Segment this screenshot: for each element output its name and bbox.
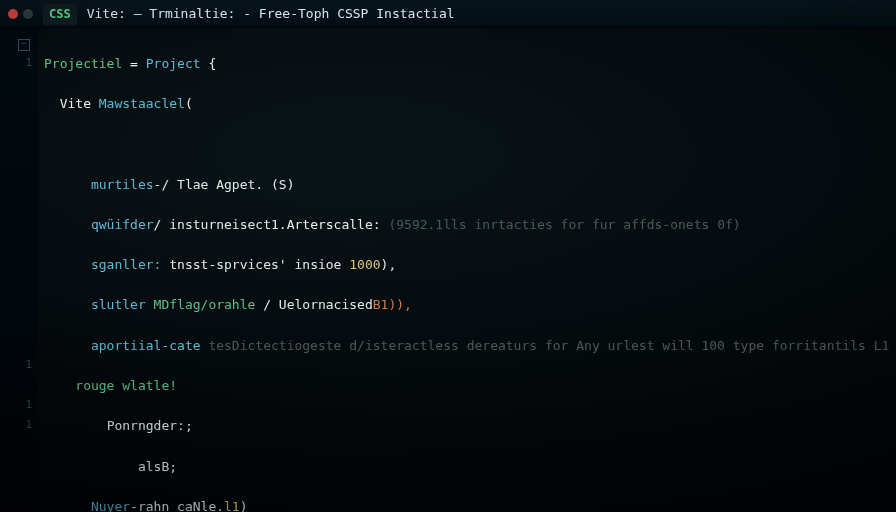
title-bar: CSS Vite: – Trminaltie: - Free-Toph CSSP… <box>0 0 896 28</box>
code-line: alsB; <box>44 457 896 477</box>
code-content[interactable]: Projectiel = Project { Vite Mawstaaclel(… <box>38 28 896 512</box>
code-line: aportiial-cate tesDictectiogeste d/ister… <box>44 336 896 356</box>
code-line: rouge wlatle! <box>44 376 896 396</box>
line-number-gutter: − 1 11 1 <box>0 28 38 512</box>
window-title: Vite: – Trminaltie: - Free-Toph CSSP Ins… <box>87 4 455 24</box>
file-type-badge: CSS <box>43 4 77 25</box>
minimize-icon[interactable] <box>23 9 33 19</box>
code-line: Ponrngder:; <box>44 416 896 436</box>
code-line <box>44 134 896 154</box>
code-line: Nuyer-rahn caNle.l1) <box>44 497 896 512</box>
window-controls <box>8 9 33 19</box>
code-line: qwüifder/ insturneisect1.Arterscalle: (9… <box>44 215 896 235</box>
editor-window: CSS Vite: – Trminaltie: - Free-Toph CSSP… <box>0 0 896 512</box>
code-editor[interactable]: − 1 11 1 Projectiel = Project { Vite Maw… <box>0 28 896 512</box>
fold-icon[interactable]: − <box>18 39 30 51</box>
code-line: Vite Mawstaaclel( <box>44 94 896 114</box>
code-line: slutler MDflag/orahle / UelornacisedB1))… <box>44 295 896 315</box>
code-line: sganller: tnsst-sprvices' insioe 1000), <box>44 255 896 275</box>
close-icon[interactable] <box>8 9 18 19</box>
code-line: Projectiel = Project { <box>44 54 896 74</box>
code-line: murtiles-/ Tlae Agpet. (S) <box>44 175 896 195</box>
